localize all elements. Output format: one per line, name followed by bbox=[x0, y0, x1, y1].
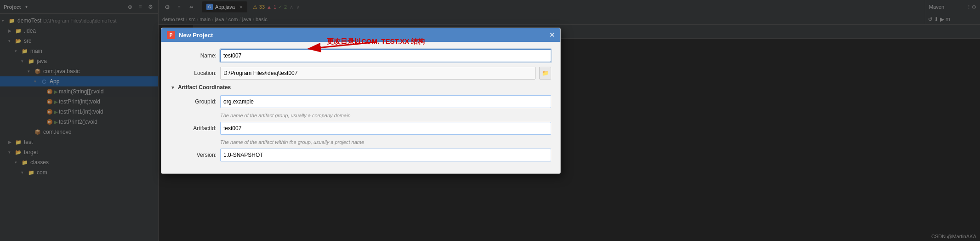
name-label: Name: bbox=[171, 52, 217, 59]
groupid-input[interactable] bbox=[220, 95, 551, 108]
artifactid-label: ArtifactId: bbox=[171, 125, 217, 132]
form-row-version: Version: bbox=[171, 149, 551, 161]
artifact-section-header: ▼ Artifact Coordinates bbox=[171, 84, 551, 91]
form-row-groupid: GroupId: bbox=[171, 95, 551, 108]
annotation-text: 更改目录以COM. TEST.XX 结构 bbox=[327, 37, 425, 46]
dialog-close-btn[interactable]: ✕ bbox=[549, 31, 555, 39]
artifactid-hint: The name of the artifact within the grou… bbox=[220, 139, 551, 145]
browse-btn[interactable]: 📁 bbox=[539, 67, 551, 80]
groupid-label: GroupId: bbox=[171, 98, 217, 105]
new-project-dialog: P New Project ✕ Name: Location: 📁 ▼ Arti… bbox=[161, 28, 561, 174]
version-input[interactable] bbox=[220, 149, 551, 161]
groupid-hint: The name of the artifact group, usually … bbox=[220, 113, 551, 118]
name-input[interactable] bbox=[220, 49, 551, 62]
artifactid-input[interactable] bbox=[220, 122, 551, 135]
artifact-section-title: Artifact Coordinates bbox=[178, 84, 231, 91]
form-row-artifactid: ArtifactId: bbox=[171, 122, 551, 135]
form-row-location: Location: 📁 bbox=[171, 67, 551, 80]
dialog-body: Name: Location: 📁 ▼ Artifact Coordinates… bbox=[161, 42, 560, 173]
location-label: Location: bbox=[171, 70, 217, 76]
dialog-title: New Project bbox=[179, 32, 213, 39]
location-input[interactable] bbox=[220, 67, 536, 80]
form-row-name: Name: bbox=[171, 49, 551, 62]
version-label: Version: bbox=[171, 152, 217, 158]
artifact-section-toggle[interactable]: ▼ bbox=[171, 85, 175, 90]
dialog-title-icon: P bbox=[167, 31, 175, 39]
